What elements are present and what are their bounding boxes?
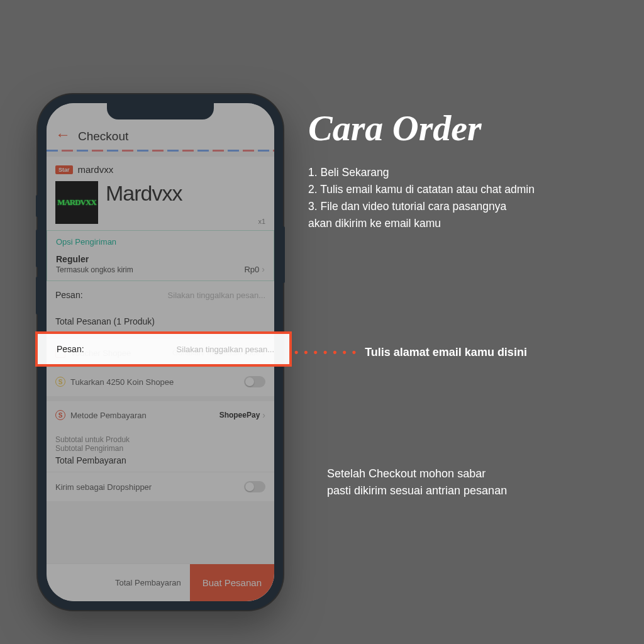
back-icon[interactable]: ← [55, 126, 70, 143]
instructions-title: Cara Order [308, 107, 619, 149]
phone-button [36, 195, 38, 217]
message-label: Pesan: [55, 290, 83, 300]
subtotal-product: Subtotal untuk Produk [55, 435, 265, 444]
seller-section: Star mardvxx MARDVXX Mardvxx x1 Opsi Pen… [47, 157, 274, 334]
seller-badge: Star [55, 165, 73, 174]
address-divider [47, 150, 274, 152]
instructions-steps: 1. Beli Sekarang 2. Tulis email kamu di … [308, 164, 619, 233]
shipping-method: Reguler [56, 254, 133, 264]
message-placeholder: Silakan tinggalkan pesan... [168, 291, 265, 300]
note-line-1: Setelah Checkout mohon sabar [327, 465, 507, 482]
subtotal-total: Total Pembayaran [55, 455, 265, 465]
coin-toggle[interactable] [244, 376, 265, 387]
chevron-right-icon: › [262, 410, 265, 420]
dropship-label: Kirim sebagai Dropshipper [55, 482, 152, 492]
subtotal-shipping: Subtotal Pengiriman [55, 444, 265, 453]
shipping-sub: Termasuk ongkos kirim [56, 265, 133, 274]
message-label: Pesan: [57, 344, 84, 354]
instructions-panel: Cara Order 1. Beli Sekarang 2. Tulis ema… [308, 107, 619, 233]
payment-section: S Metode Pembayaran ShopeePay › Subtotal… [47, 401, 274, 501]
create-order-button[interactable]: Buat Pesanan [190, 564, 274, 601]
order-total-row: Total Pesanan (1 Produk) [47, 309, 274, 334]
callout: • • • • • • • Tulis alamat email kamu di… [294, 346, 527, 359]
payment-label: Metode Pembayaran [70, 411, 147, 420]
message-highlight: Pesan: Silakan tinggalkan pesan... [35, 331, 292, 367]
phone-button [282, 226, 285, 283]
coin-icon: S [55, 377, 65, 387]
dotted-arrow-icon: • • • • • • • [294, 346, 357, 359]
payment-value: ShopeePay [219, 411, 260, 419]
step-3b: akan dikirim ke email kamu [308, 215, 619, 232]
note-line-2: pasti dikirim sesuai antrian pesanan [327, 482, 507, 499]
product-row[interactable]: MARDVXX Mardvxx x1 [47, 179, 274, 230]
checkout-bottom-bar: Total Pembayaran Buat Pesanan [47, 564, 274, 601]
subtotal-block: Subtotal untuk Produk Subtotal Pengirima… [47, 429, 274, 472]
post-checkout-note: Setelah Checkout mohon sabar pasti dikir… [327, 465, 507, 499]
chevron-right-icon: › [262, 264, 265, 274]
coin-row[interactable]: S Tukarkan 4250 Koin Shopee [47, 367, 274, 396]
product-qty: x1 [258, 218, 265, 225]
phone-notch [107, 103, 214, 119]
step-2: 2. Tulis email kamu di catatan atau chat… [308, 181, 619, 198]
product-thumbnail: MARDVXX [55, 181, 98, 224]
dropship-toggle[interactable] [244, 481, 265, 492]
step-3a: 3. File dan video tutorial cara pasangny… [308, 198, 619, 215]
shipping-price: Rp0 [244, 265, 259, 274]
seller-name: mardvxx [78, 164, 114, 175]
page-title: Checkout [78, 130, 128, 143]
dropship-row[interactable]: Kirim sebagai Dropshipper [47, 472, 274, 501]
bottom-total-label: Total Pembayaran [115, 578, 181, 587]
shipping-options[interactable]: Opsi Pengiriman Reguler Termasuk ongkos … [47, 230, 274, 281]
step-1: 1. Beli Sekarang [308, 164, 619, 181]
callout-text: Tulis alamat email kamu disini [365, 346, 527, 359]
shipping-section-title: Opsi Pengiriman [56, 237, 265, 247]
payment-method-row[interactable]: S Metode Pembayaran ShopeePay › [47, 401, 274, 429]
message-row[interactable]: Pesan: Silakan tinggalkan pesan... [47, 281, 274, 309]
coin-label: Tukarkan 4250 Koin Shopee [70, 377, 174, 387]
message-placeholder: Silakan tinggalkan pesan... [177, 345, 274, 354]
product-title: Mardvxx [106, 181, 182, 206]
phone-button [36, 277, 38, 314]
phone-button [36, 230, 38, 267]
payment-icon: S [55, 410, 65, 420]
